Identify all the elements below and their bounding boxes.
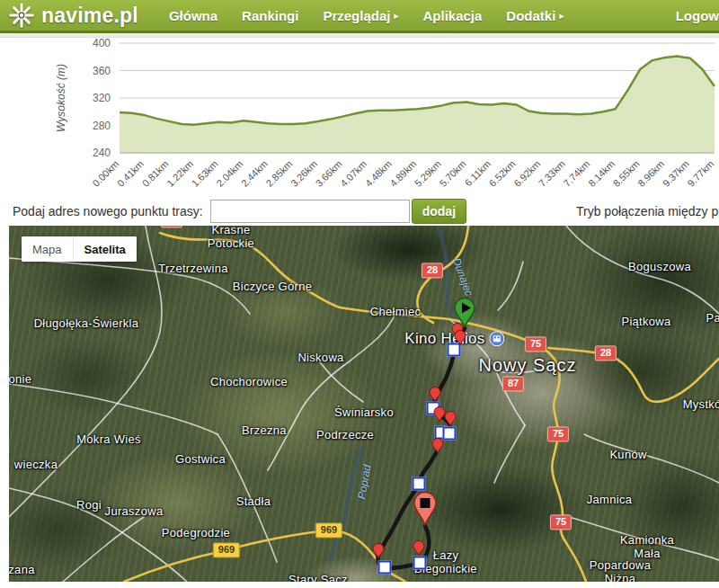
svg-text:6.11km: 6.11km [463,158,493,188]
connection-mode-label: Tryb połączenia między punk [576,204,719,218]
svg-text:3.66km: 3.66km [314,158,344,189]
waypoint-form: Podaj adres nowego punktu trasy: dodaj T… [0,197,719,226]
svg-text:400: 400 [93,38,111,49]
svg-text:8.55km: 8.55km [611,158,642,189]
svg-text:4.48km: 4.48km [363,158,394,189]
map-container[interactable]: Krasne PotockieTrzetrzewinaBiczyce Górne… [9,226,719,582]
svg-text:0.00km: 0.00km [90,158,120,189]
svg-text:2.44km: 2.44km [239,158,270,189]
svg-text:7.33km: 7.33km [537,158,567,189]
svg-text:3.26km: 3.26km [288,158,319,189]
elevation-chart-svg: 4003603202802400.00km0.41km0.81km1.22km1… [0,38,719,197]
elevation-chart: 4003603202802400.00km0.41km0.81km1.22km1… [0,38,719,197]
route-point-pin[interactable] [413,540,425,560]
map-roads-route [9,226,719,582]
svg-text:4.89km: 4.89km [387,158,418,189]
svg-text:4.07km: 4.07km [338,158,368,189]
svg-text:6.52km: 6.52km [487,158,518,189]
svg-text:8.14km: 8.14km [586,158,617,189]
svg-text:9.77km: 9.77km [685,158,715,189]
login-link[interactable]: Logow [676,8,719,23]
svg-text:6.92km: 6.92km [511,158,542,189]
svg-text:5.29km: 5.29km [413,158,443,189]
svg-text:0.41km: 0.41km [115,158,146,189]
route-start-marker[interactable] [453,298,476,332]
address-input[interactable] [210,200,410,223]
compass-logo-icon[interactable] [9,3,34,28]
chevron-right-icon: ▸ [559,11,564,21]
brand-logo[interactable]: navime.pl [41,4,138,28]
svg-text:240: 240 [93,147,111,159]
nav-item-rankingi[interactable]: Rankingi [242,8,298,23]
svg-text:280: 280 [93,120,111,132]
map-type-control: Mapa Satelita [22,236,137,262]
nav-item-dodatki[interactable]: Dodatki▸ [506,8,564,23]
add-waypoint-button[interactable]: dodaj [412,199,466,224]
route-waypoint-square[interactable] [413,477,426,491]
svg-text:2.85km: 2.85km [264,158,295,189]
route-point-pin[interactable] [454,330,466,350]
top-navbar: navime.pl GłównaRankingiPrzeglądaj▸Aplik… [0,0,719,33]
nav-item-glowna[interactable]: Główna [169,8,217,23]
svg-text:5.70km: 5.70km [438,158,468,189]
route-polyline[interactable] [377,328,465,568]
route-point-pin[interactable] [429,387,441,406]
satellite-view-button[interactable]: Satelita [73,236,137,262]
svg-text:0.81km: 0.81km [140,158,171,189]
svg-text:8.96km: 8.96km [635,158,666,189]
route-end-marker[interactable] [413,492,438,530]
route-point-pin[interactable] [372,543,385,563]
route-point-pin[interactable] [431,438,444,458]
map-view-button[interactable]: Mapa [22,236,73,262]
nav-item-aplikacja[interactable]: Aplikacja [422,8,482,23]
svg-text:1.63km: 1.63km [190,158,220,189]
svg-text:360: 360 [93,65,111,77]
svg-text:9.37km: 9.37km [661,158,691,189]
svg-text:Wysokość (m): Wysokość (m) [55,64,67,132]
route-point-pin[interactable] [444,411,457,431]
minor-roads [9,226,719,582]
svg-text:1.22km: 1.22km [164,158,195,189]
svg-text:2.04km: 2.04km [214,158,244,189]
nav-item-przegladaj[interactable]: Przeglądaj▸ [323,8,398,23]
main-menu: GłównaRankingiPrzeglądaj▸AplikacjaDodatk… [169,8,564,23]
svg-text:320: 320 [93,92,111,104]
chevron-right-icon: ▸ [394,11,398,21]
waypoint-form-label: Podaj adres nowego punktu trasy: [13,204,203,218]
svg-text:7.74km: 7.74km [562,158,592,189]
